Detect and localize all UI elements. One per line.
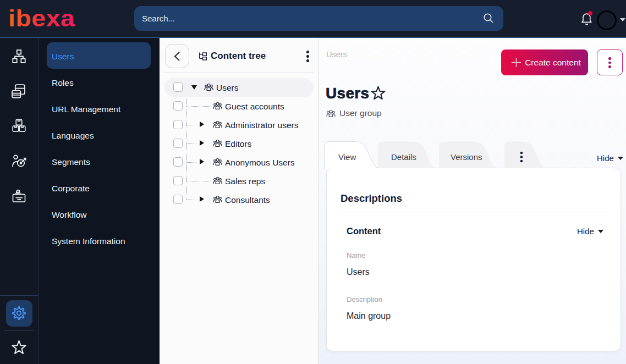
svg-text:Versions: Versions — [451, 152, 482, 162]
svg-text:Details: Details — [391, 152, 416, 162]
svg-text:View: View — [338, 152, 356, 162]
svg-text:ibexa: ibexa — [8, 8, 75, 31]
